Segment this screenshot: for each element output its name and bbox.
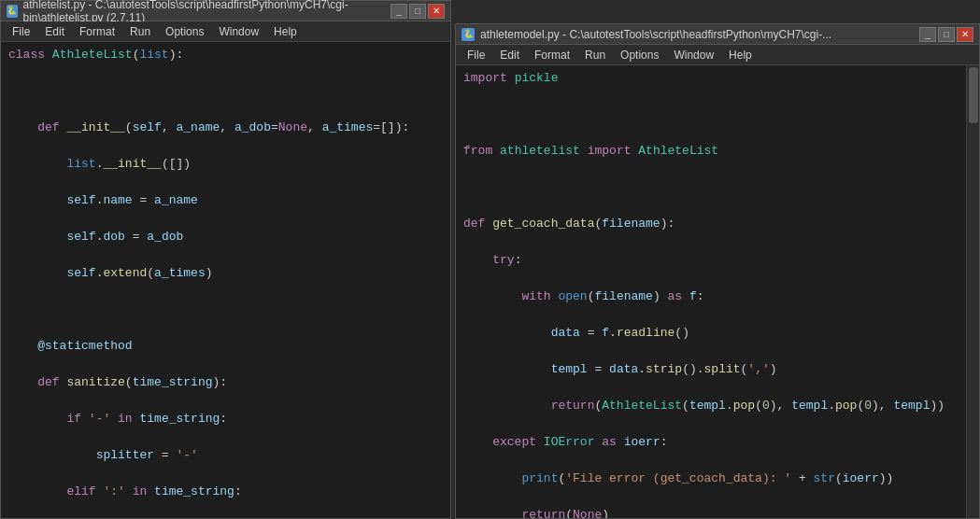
menu-help-right[interactable]: Help xyxy=(721,45,760,64)
window-title-left: athletelist.py - C:\autotestTools\script… xyxy=(23,0,391,24)
menu-help-left[interactable]: Help xyxy=(266,21,305,41)
menu-bar-left: File Edit Format Run Options Window Help xyxy=(1,21,450,42)
desktop: 🐍 athletelist.py - C:\autotestTools\scri… xyxy=(0,0,980,519)
minimize-button-right[interactable]: _ xyxy=(919,27,936,42)
close-button-right[interactable]: ✕ xyxy=(957,27,973,42)
minimize-button-left[interactable]: _ xyxy=(391,4,407,19)
maximize-button-left[interactable]: □ xyxy=(409,4,426,19)
menu-window-right[interactable]: Window xyxy=(666,45,721,64)
title-bar-right-section: 🐍 athletemodel.py - C:\autotestTools\scr… xyxy=(462,28,831,41)
title-bar-left-section: 🐍 athletelist.py - C:\autotestTools\scri… xyxy=(7,0,391,24)
title-bar-left: 🐍 athletelist.py - C:\autotestTools\scri… xyxy=(1,1,450,21)
title-bar-right: 🐍 athletemodel.py - C:\autotestTools\scr… xyxy=(456,24,979,45)
code-content-left: class AthleteList(list): def __init__(se… xyxy=(1,42,450,518)
maximize-button-right[interactable]: □ xyxy=(938,27,955,42)
window-controls-right: _ □ ✕ xyxy=(919,27,973,42)
code-area-left: class AthleteList(list): def __init__(se… xyxy=(1,42,450,518)
window-title-right: athletemodel.py - C:\autotestTools\scrip… xyxy=(480,28,831,41)
menu-file-right[interactable]: File xyxy=(460,45,492,64)
code-content-right: import pickle from athletelist import At… xyxy=(456,65,979,518)
menu-format-left[interactable]: Format xyxy=(72,21,122,41)
menu-options-left[interactable]: Options xyxy=(158,21,211,41)
menu-run-right[interactable]: Run xyxy=(577,45,613,64)
window-athletemodel: 🐍 athletemodel.py - C:\autotestTools\scr… xyxy=(455,23,980,519)
menu-window-left[interactable]: Window xyxy=(211,21,266,41)
code-area-right: import pickle from athletelist import At… xyxy=(456,65,979,518)
window-athletelist: 🐍 athletelist.py - C:\autotestTools\scri… xyxy=(0,0,451,519)
menu-file-left[interactable]: File xyxy=(5,21,37,41)
menu-run-left[interactable]: Run xyxy=(122,21,158,41)
close-button-left[interactable]: ✕ xyxy=(428,4,445,19)
app-icon-left: 🐍 xyxy=(7,5,18,18)
menu-edit-right[interactable]: Edit xyxy=(492,45,527,64)
menu-bar-right: File Edit Format Run Options Window Help xyxy=(456,45,979,65)
menu-options-right[interactable]: Options xyxy=(613,45,666,64)
scrollbar-thumb-right[interactable] xyxy=(969,67,978,123)
menu-format-right[interactable]: Format xyxy=(527,45,577,64)
window-controls-left: _ □ ✕ xyxy=(391,4,445,19)
app-icon-right: 🐍 xyxy=(462,28,475,41)
scrollbar-right[interactable] xyxy=(966,65,979,518)
menu-edit-left[interactable]: Edit xyxy=(37,21,72,41)
